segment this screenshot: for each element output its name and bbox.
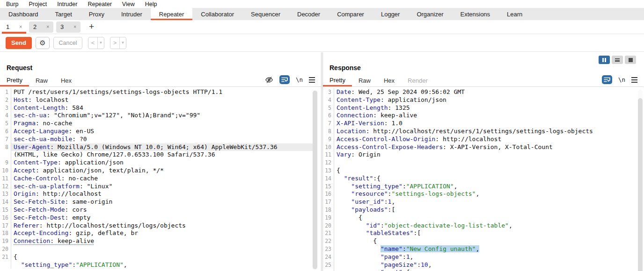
code-line[interactable]: 12sec-ch-ua-platform: "Linux"	[0, 183, 315, 191]
rows-layout-icon[interactable]	[612, 56, 623, 64]
tab-logger[interactable]: Logger	[373, 8, 408, 20]
code-line[interactable]: 15Sec-Fetch-Mode: cors	[0, 206, 315, 214]
tab-dashboard[interactable]: Dashboard	[0, 8, 47, 20]
code-line[interactable]: 14Sec-Fetch-Site: same-origin	[0, 198, 315, 206]
word-wrap-icon[interactable]	[279, 75, 290, 84]
tab-extensions[interactable]: Extensions	[452, 8, 499, 20]
scrollbar-thumb[interactable]	[638, 98, 643, 271]
tab-intruder[interactable]: Intruder	[113, 8, 151, 20]
code-line[interactable]: 3Content-Length: 584	[0, 104, 315, 112]
code-line[interactable]: 1PUT /rest/users/1/settings/settings-log…	[0, 88, 315, 96]
code-line[interactable]: 19Connection: keep-alive	[0, 237, 315, 245]
tab-target[interactable]: Target	[47, 8, 80, 20]
request-scrollbar[interactable]	[313, 90, 317, 270]
repeater-tab-2[interactable]: 2×	[29, 21, 53, 33]
menu-intruder[interactable]: Intruder	[52, 1, 82, 7]
code-line[interactable]: 23 "name":"New Config unauth",	[323, 245, 637, 253]
code-line[interactable]: 5Pragma: no-cache	[0, 120, 315, 128]
tab-raw[interactable]: Raw	[352, 75, 377, 86]
code-line[interactable]: 8Location: http://localhost/rest/users/1…	[323, 128, 637, 136]
code-line[interactable]: 17Referer: http://localhost/settings/log…	[0, 222, 315, 230]
tab-pretty[interactable]: Pretty	[0, 75, 29, 86]
add-tab-button[interactable]: +	[89, 21, 94, 32]
tab-render[interactable]: Render	[401, 75, 434, 86]
close-icon[interactable]: ×	[16, 24, 22, 29]
code-line[interactable]: 7sec-ch-ua-mobile: ?0	[0, 136, 315, 143]
code-line[interactable]: 2Host: localhost	[0, 96, 315, 104]
menu-view[interactable]: View	[117, 1, 140, 7]
tab-raw[interactable]: Raw	[29, 75, 54, 86]
code-line[interactable]: 21 "tableStates":[	[323, 229, 637, 237]
response-editor[interactable]: 3Date: Wed, 25 Sep 2024 09:56:02 GMT4Con…	[323, 88, 637, 271]
request-editor[interactable]: 1PUT /rest/users/1/settings/settings-log…	[0, 88, 315, 271]
code-line[interactable]: 12	[323, 159, 637, 167]
code-line[interactable]: 22 {	[323, 237, 637, 245]
code-line[interactable]: 6Connection: keep-alive	[323, 112, 637, 120]
code-line[interactable]: 18 "payloads":[	[323, 206, 637, 214]
code-line[interactable]: 5Content-Length: 1325	[323, 104, 637, 112]
tab-sequencer[interactable]: Sequencer	[242, 8, 289, 20]
repeater-tab-3[interactable]: 3×	[56, 21, 80, 33]
code-line[interactable]: 20 "id":"object-deactivate-log-list-tabl…	[323, 222, 637, 230]
code-line[interactable]: 9Access-Control-Allow-Origin: http://loc…	[323, 136, 637, 143]
response-scrollbar[interactable]	[638, 90, 643, 270]
code-line[interactable]: 17 "user_id":1,	[323, 198, 637, 206]
tab-learn[interactable]: Learn	[498, 8, 531, 20]
menu-icon[interactable]	[309, 77, 315, 83]
menu-icon[interactable]	[631, 77, 637, 83]
tab-comparer[interactable]: Comparer	[329, 8, 373, 20]
tab-organizer[interactable]: Organizer	[408, 8, 452, 20]
code-line[interactable]: 25 "pageSize":10,	[323, 261, 637, 269]
code-line[interactable]: 3Date: Wed, 25 Sep 2024 09:56:02 GMT	[323, 88, 637, 96]
code-line[interactable]: 10Accept: application/json, text/plain, …	[0, 167, 315, 175]
forward-history-button[interactable]: > ▼	[110, 37, 126, 49]
menu-burp[interactable]: Burp	[1, 1, 23, 7]
menu-project[interactable]: Project	[23, 1, 52, 7]
close-icon[interactable]: ×	[44, 24, 49, 29]
pause-icon[interactable]	[599, 56, 610, 64]
newline-icon[interactable]: \n	[618, 76, 625, 83]
menu-help[interactable]: Help	[140, 1, 162, 7]
code-line[interactable]: 18Accept-Encoding: gzip, deflate, br	[0, 229, 315, 237]
code-line[interactable]: 21{	[0, 253, 315, 261]
code-line[interactable]: 7X-API-Version: 1.0	[323, 120, 637, 128]
code-line[interactable]: 15 "setting_type":"APPLICATION",	[323, 183, 637, 191]
close-icon[interactable]: ×	[71, 24, 76, 29]
code-line[interactable]: 6Accept-Language: en-US	[0, 128, 315, 136]
cancel-button[interactable]: Cancel	[53, 37, 82, 49]
repeater-tab-1[interactable]: 1×	[2, 20, 26, 34]
settings-button[interactable]: ⚙	[36, 37, 50, 49]
tab-decoder[interactable]: Decoder	[289, 8, 329, 20]
code-line[interactable]: "sort":{	[323, 269, 637, 271]
code-line[interactable]: 11Vary: Origin	[323, 151, 637, 159]
single-view-icon[interactable]	[625, 56, 636, 64]
chevron-down-icon[interactable]: ▼	[98, 37, 104, 49]
tab-pretty[interactable]: Pretty	[323, 75, 352, 86]
word-wrap-icon[interactable]	[602, 75, 612, 84]
send-button[interactable]: Send	[6, 37, 32, 49]
tab-repeater[interactable]: Repeater	[151, 8, 192, 20]
code-line[interactable]: 13{	[323, 167, 637, 175]
chevron-down-icon[interactable]: ▼	[120, 37, 126, 49]
menu-repeater[interactable]: Repeater	[82, 1, 117, 7]
code-line[interactable]: 14 "result":{	[323, 175, 637, 183]
code-line[interactable]: 16Sec-Fetch-Dest: empty	[0, 214, 315, 222]
scrollbar-thumb[interactable]	[313, 91, 317, 269]
hide-eye-icon[interactable]	[265, 76, 273, 84]
back-history-button[interactable]: < ▼	[88, 37, 104, 49]
tab-proxy[interactable]: Proxy	[80, 8, 113, 20]
code-line[interactable]: 9Content-Type: application/json	[0, 159, 315, 167]
code-line[interactable]: 4sec-ch-ua: "Chromium";v="127", "Not)A;B…	[0, 112, 315, 120]
code-line[interactable]: 24 "page":1,	[323, 253, 637, 261]
code-line[interactable]: 16 "resource":"settings-logs-objects",	[323, 190, 637, 198]
code-line[interactable]: (KHTML, like Gecko) Chrome/127.0.6533.10…	[0, 151, 315, 159]
tab-hex[interactable]: Hex	[377, 75, 401, 86]
code-line[interactable]: 13Origin: http://localhost	[0, 190, 315, 198]
tab-hex[interactable]: Hex	[54, 75, 78, 86]
code-line[interactable]: 8User-Agent: Mozilla/5.0 (Windows NT 10.…	[0, 143, 315, 151]
code-line[interactable]: 19 {	[323, 214, 637, 222]
code-line[interactable]: 10Access-Control-Expose-Headers: X-API-V…	[323, 143, 637, 151]
code-line[interactable]: 4Content-Type: application/json	[323, 96, 637, 104]
newline-icon[interactable]: \n	[296, 76, 303, 83]
code-line[interactable]: 11Cache-Control: no-cache	[0, 175, 315, 183]
